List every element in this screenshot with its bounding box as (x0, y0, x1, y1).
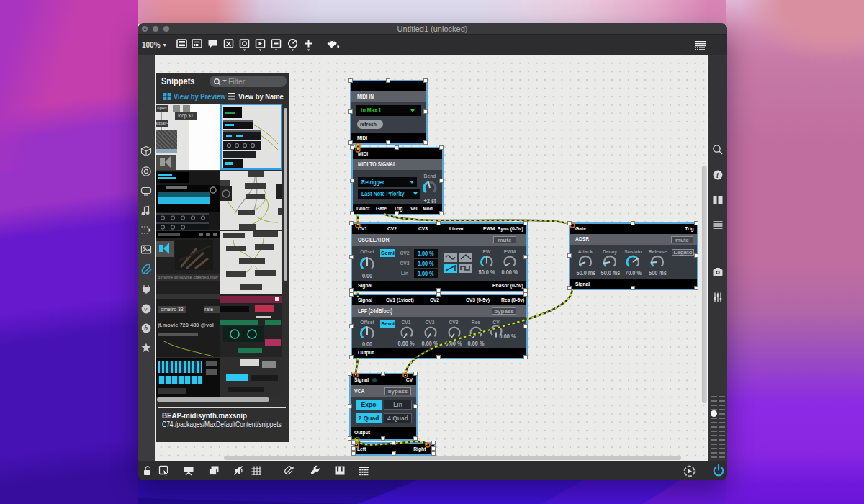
svg-text:i: i (716, 171, 719, 179)
svg-text:b: b (144, 325, 148, 332)
